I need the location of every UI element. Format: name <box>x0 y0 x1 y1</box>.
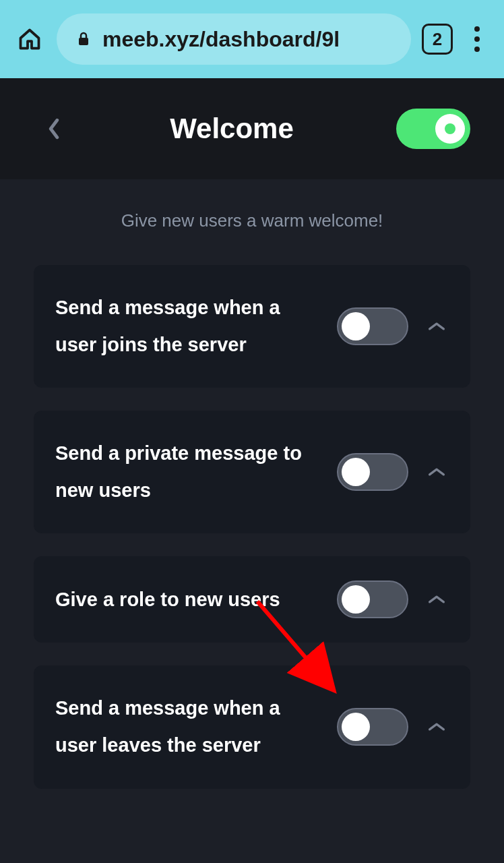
home-button[interactable] <box>13 23 46 55</box>
expand-button[interactable] <box>424 314 449 338</box>
card-label: Send a private message to new users <box>55 435 321 509</box>
card-label: Give a role to new users <box>55 581 321 618</box>
page-header: Welcome <box>0 78 504 179</box>
master-toggle[interactable] <box>396 109 470 149</box>
browser-bar: meeb.xyz/dashboard/9l 2 <box>0 0 504 78</box>
svg-rect-0 <box>79 38 88 45</box>
toggle-knob <box>342 713 370 741</box>
toggle-knob <box>342 312 370 340</box>
toggle-knob <box>342 458 370 486</box>
content-area: Give new users a warm welcome! Send a me… <box>0 179 504 863</box>
chevron-up-icon <box>428 594 445 605</box>
toggle-knob <box>342 585 370 614</box>
url-bar[interactable]: meeb.xyz/dashboard/9l <box>57 13 411 65</box>
menu-button[interactable] <box>464 24 491 55</box>
card-leave-message: Send a message when a user leaves the se… <box>34 665 470 788</box>
back-button[interactable] <box>40 115 67 142</box>
toggle-give-role[interactable] <box>337 581 408 618</box>
chevron-up-icon <box>428 721 445 732</box>
card-private-message: Send a private message to new users <box>34 411 470 533</box>
page-title: Welcome <box>170 113 294 145</box>
expand-button[interactable] <box>424 715 449 739</box>
chevron-left-icon <box>47 118 61 140</box>
toggle-private-message[interactable] <box>337 453 408 491</box>
subtitle: Give new users a warm welcome! <box>34 210 470 231</box>
home-icon <box>18 27 42 51</box>
card-label: Send a message when a user joins the ser… <box>55 289 321 363</box>
chevron-up-icon <box>428 467 445 477</box>
toggle-join-message[interactable] <box>337 307 408 345</box>
lock-icon <box>75 30 92 49</box>
card-give-role: Give a role to new users <box>34 556 470 643</box>
expand-button[interactable] <box>424 587 449 612</box>
url-text: meeb.xyz/dashboard/9l <box>102 27 340 52</box>
expand-button[interactable] <box>424 460 449 484</box>
tab-count-value: 2 <box>433 29 442 50</box>
card-join-message: Send a message when a user joins the ser… <box>34 265 470 388</box>
tab-count-button[interactable]: 2 <box>422 24 453 55</box>
card-label: Send a message when a user leaves the se… <box>55 690 321 764</box>
toggle-leave-message[interactable] <box>337 708 408 746</box>
chevron-up-icon <box>428 321 445 332</box>
toggle-knob <box>435 114 465 144</box>
